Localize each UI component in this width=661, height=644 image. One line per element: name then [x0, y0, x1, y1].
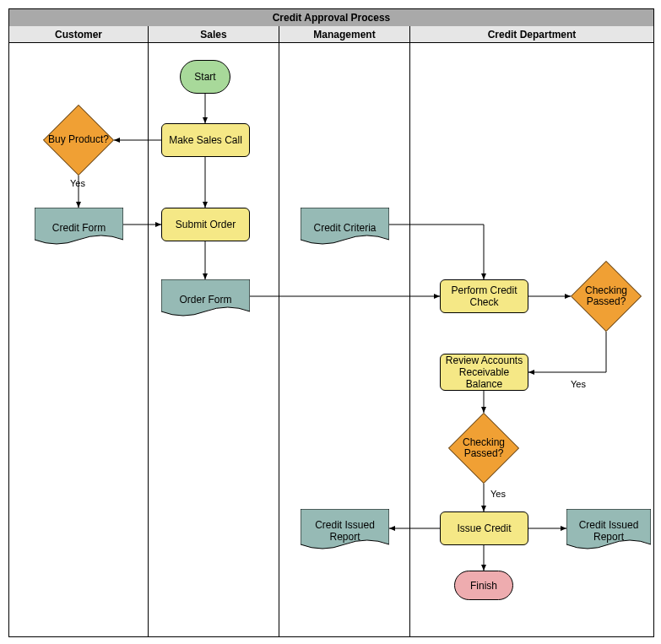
- checking-passed-2-decision: Checking Passed?: [448, 413, 519, 484]
- start-terminator: Start: [180, 60, 230, 94]
- buy-product-decision: Buy Product?: [43, 105, 114, 176]
- lane-header-credit-dept: Credit Department: [410, 26, 653, 43]
- diagram-title: Credit Approval Process: [9, 9, 653, 27]
- perform-credit-check-process: Perform Credit Check: [440, 279, 528, 313]
- flowchart-diagram: Credit Approval Process Customer Sales M…: [8, 8, 654, 637]
- finish-terminator: Finish: [454, 571, 513, 600]
- lane-header-customer: Customer: [9, 26, 149, 43]
- submit-order-process: Submit Order: [161, 208, 250, 241]
- credit-form-document: Credit Form: [35, 208, 123, 248]
- credit-criteria-document: Credit Criteria: [301, 208, 389, 248]
- review-ar-balance-process: Review Accounts Receivable Balance: [440, 354, 528, 391]
- credit-issued-report-left-document: Credit Issued Report: [301, 509, 389, 553]
- edge-label-yes: Yes: [70, 178, 85, 188]
- credit-issued-report-right-document: Credit Issued Report: [566, 509, 651, 553]
- issue-credit-process: Issue Credit: [440, 511, 528, 545]
- lane-divider: [148, 43, 149, 636]
- checking-passed-1-decision: Checking Passed?: [571, 261, 642, 332]
- lane-header-sales: Sales: [149, 26, 279, 43]
- edge-label-yes: Yes: [571, 379, 586, 389]
- lane-divider: [279, 43, 279, 636]
- lane-divider: [409, 43, 410, 636]
- order-form-document: Order Form: [161, 279, 250, 320]
- lane-header-management: Management: [279, 26, 410, 43]
- edge-label-yes: Yes: [490, 489, 506, 499]
- make-sales-call-process: Make Sales Call: [161, 123, 250, 157]
